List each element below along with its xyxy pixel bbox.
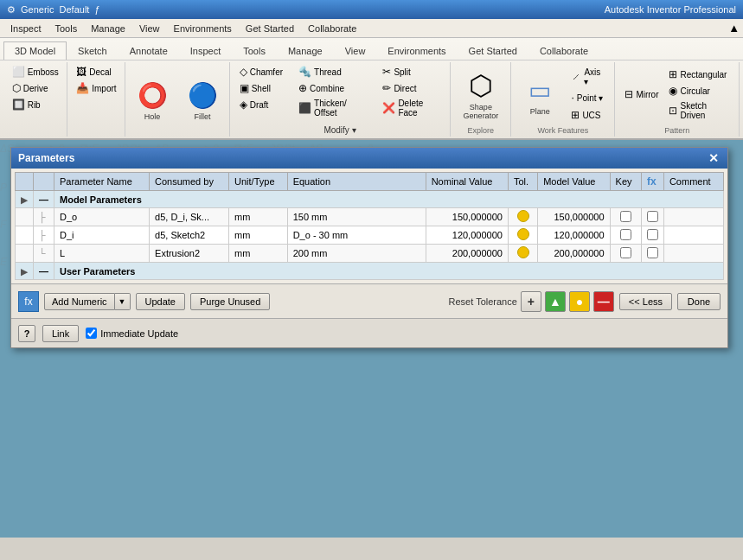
decal-button[interactable]: 🖼 Decal [72,64,120,80]
shape-generator-button[interactable]: ⬡ ShapeGenerator [458,64,505,124]
tab-tools[interactable]: Tools [232,41,277,60]
key-l[interactable] [610,245,641,263]
link-button[interactable]: Link [42,325,79,342]
fillet-button[interactable]: 🔵 Fillet [179,73,226,125]
fillet-icon: 🔵 [185,78,220,112]
menu-manage[interactable]: Manage [84,22,132,35]
combine-button[interactable]: ⊕ Combine [294,80,371,96]
menu-inspect[interactable]: Inspect [3,22,48,35]
equation-l[interactable] [287,245,426,263]
explore-label: Explore [468,124,495,135]
tab-collaborate[interactable]: Collaborate [528,41,599,60]
rib-icon: 🔲 [12,99,25,111]
chamfer-icon: ◇ [240,66,247,78]
tab-get-started[interactable]: Get Started [458,41,528,60]
equation-do[interactable] [287,208,426,226]
tol-red-button[interactable]: — [593,291,614,312]
collapse-btn[interactable]: ▲ [728,22,740,35]
dialog-close-button[interactable]: ✕ [707,151,721,165]
tab-manage[interactable]: Manage [277,41,334,60]
tol-yellow-button[interactable]: ● [569,291,590,312]
menu-tools[interactable]: Tools [48,22,84,35]
comment-di[interactable] [663,226,723,245]
fx-l[interactable] [641,245,663,263]
menu-get-started[interactable]: Get Started [239,22,301,35]
tree-model: — [34,191,54,208]
tab-inspect[interactable]: Inspect [179,41,232,60]
tol-di [508,226,537,245]
menu-environments[interactable]: Environments [167,22,239,35]
menu-view[interactable]: View [132,22,167,35]
key-do[interactable] [610,208,641,226]
expand-model[interactable]: ▶ [16,191,34,208]
direct-button[interactable]: ✏ Direct [378,80,445,96]
emboss-button[interactable]: ⬜ Emboss [8,64,63,80]
split-button[interactable]: ✂ Split [378,64,445,80]
shell-icon: ▣ [240,82,249,94]
tab-annotate[interactable]: Annotate [118,41,179,60]
sketch-driven-icon: ⊡ [669,105,677,117]
immediate-update-label[interactable]: Immediate Update [86,328,178,339]
add-numeric-dropdown[interactable]: ▼ [115,293,131,310]
ucs-button[interactable]: ⊞ UCS [567,107,609,123]
model-di: 120,000000 [538,226,610,245]
circular-icon: ◉ [669,85,677,97]
update-button[interactable]: Update [136,293,185,310]
tab-sketch[interactable]: Sketch [67,41,118,60]
purge-unused-button[interactable]: Purge Unused [190,293,270,310]
param-name-l[interactable]: L [54,245,150,263]
fx-do[interactable] [641,208,663,226]
tab-environments[interactable]: Environments [376,41,457,60]
point-button[interactable]: · Point ▾ [567,90,609,105]
dialog-title-text: Parameters [18,152,74,164]
add-numeric-split-button[interactable]: Add Numeric ▼ [44,293,131,310]
draft-button[interactable]: ◈ Draft [235,97,287,112]
expand-user[interactable]: ▶ [16,263,34,280]
col-consumed-by: Consumed by [150,173,229,191]
mirror-button[interactable]: ⊟ Mirror [620,86,663,102]
hole-button[interactable]: ⭕ Hole [129,73,176,125]
comment-l[interactable] [663,245,723,263]
add-numeric-button[interactable]: Add Numeric [44,293,115,310]
derive-button[interactable]: ⬡ Derive [8,80,63,96]
immediate-update-checkbox[interactable] [86,328,97,339]
tab-view[interactable]: View [334,41,377,60]
plane-button[interactable]: ▭ Plane [516,68,563,120]
ribbon: 3D Model Sketch Annotate Inspect Tools M… [0,38,743,140]
sketch-driven-button[interactable]: ⊡ Sketch Driven [664,99,733,122]
comment-do[interactable] [663,208,723,226]
tab-3dmodel[interactable]: 3D Model [3,41,67,60]
equation-di[interactable] [287,226,426,245]
ribbon-content: ⬜ Emboss ⬡ Derive 🔲 Rib 🖼 Decal [0,60,743,138]
thread-button[interactable]: 🔩 Thread [294,64,371,80]
tol-plus-button[interactable]: + [521,291,541,312]
tree-l: └ [34,245,54,263]
emboss-icon: ⬜ [12,66,25,78]
unit-l: mm [229,245,288,263]
rib-button[interactable]: 🔲 Rib [8,97,63,112]
tol-do [508,208,537,226]
fx-di[interactable] [641,226,663,245]
ribbon-group-primitives: ⬜ Emboss ⬡ Derive 🔲 Rib [3,62,67,137]
chamfer-button[interactable]: ◇ Chamfer [235,64,287,80]
import-button[interactable]: 📥 Import [72,80,120,96]
less-button[interactable]: << Less [619,293,672,310]
key-di[interactable] [610,226,641,245]
dialog-title-bar: Parameters ✕ [11,148,727,169]
delete-face-button[interactable]: ❌ Delete Face [378,97,445,119]
col-expand [16,173,34,191]
done-button[interactable]: Done [677,293,721,310]
rectangular-button[interactable]: ⊞ Rectangular [664,67,733,82]
axis-button[interactable]: ⟋ Axis ▾ [567,66,609,88]
modify-label[interactable]: Modify ▾ [323,124,355,135]
thicken-button[interactable]: ⬛ Thicken/ Offset [294,97,371,119]
tol-green-button[interactable]: ▲ [545,291,566,312]
help-button[interactable]: ? [18,325,35,342]
circular-button[interactable]: ◉ Circular [664,83,733,99]
menu-collaborate[interactable]: Collaborate [301,22,363,35]
tree-user: — [34,263,54,280]
param-name-di[interactable]: D_i [54,226,150,245]
param-name-do[interactable]: D_o [54,208,150,226]
shell-button[interactable]: ▣ Shell [235,80,287,96]
expand-l [16,245,34,263]
